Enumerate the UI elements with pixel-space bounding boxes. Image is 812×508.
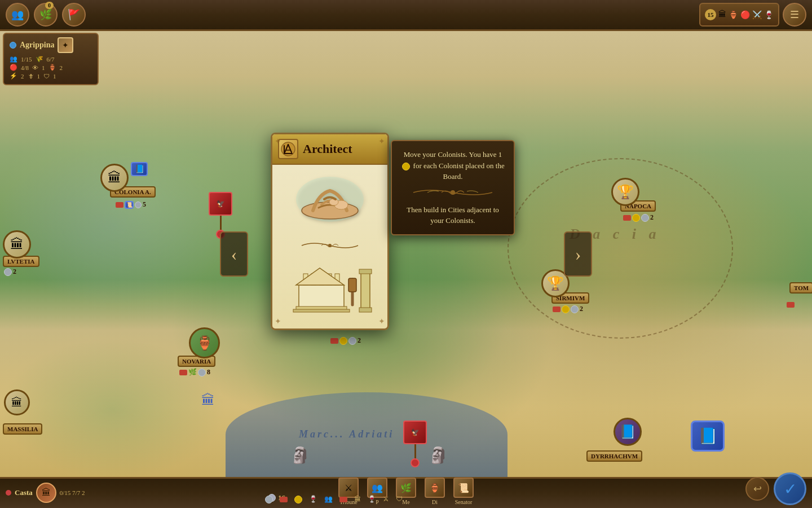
card-overlay: ‹ › Architect xyxy=(0,0,812,508)
card-tooltip: Move your Colonists. You have 1 for each… xyxy=(391,140,515,235)
architect-emblem-icon xyxy=(280,141,296,157)
card-sandal-image xyxy=(293,174,367,234)
card-corner-br: ✦ xyxy=(378,317,385,326)
card-body xyxy=(272,165,387,329)
tooltip-ornament-svg xyxy=(408,187,498,198)
tooltip-main-text: Move your Colonists. You have 1 for each… xyxy=(401,149,505,182)
tooltip-sub-text: Then build in Cities adjacent to your Co… xyxy=(401,204,505,226)
coin-icon-inline xyxy=(402,163,410,170)
card-header: Architect xyxy=(272,134,387,165)
svg-rect-21 xyxy=(359,269,372,274)
svg-rect-20 xyxy=(361,271,370,310)
card-building-image xyxy=(288,257,372,320)
card-corner-tl: ✦ xyxy=(275,137,281,146)
svg-rect-19 xyxy=(348,278,356,292)
card-corner-tr: ✦ xyxy=(378,137,385,146)
next-arrow-button[interactable]: › xyxy=(564,231,592,277)
ornament-svg xyxy=(296,240,364,251)
svg-rect-9 xyxy=(299,285,344,308)
svg-rect-17 xyxy=(293,309,350,312)
sandal-svg xyxy=(293,174,367,225)
card-title: Architect xyxy=(303,142,352,156)
svg-rect-22 xyxy=(359,308,372,312)
svg-point-7 xyxy=(329,199,338,205)
architect-card[interactable]: Architect xyxy=(271,133,389,330)
tooltip-ornament xyxy=(401,187,505,201)
building-svg xyxy=(288,257,372,313)
card-ornament xyxy=(296,240,364,254)
prev-arrow-button[interactable]: ‹ xyxy=(220,231,248,277)
card-corner-bl: ✦ xyxy=(275,317,281,326)
